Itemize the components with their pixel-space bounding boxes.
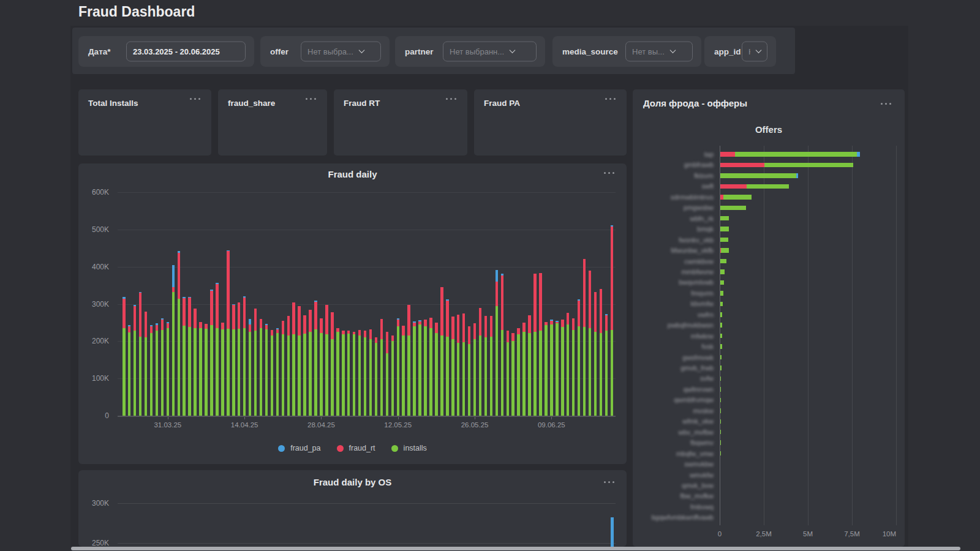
- offer-row-label: fwsnkv_vkb: [639, 236, 714, 244]
- bar-fraud-rt: [216, 284, 219, 328]
- offer-row-label: bmqk: [639, 225, 714, 233]
- bar-fraud-pa: [249, 319, 252, 324]
- menu-dot: [310, 98, 312, 100]
- gridline-400K: [118, 267, 616, 268]
- y-axis-label: 100K: [72, 374, 109, 383]
- bar-fraud-rt: [282, 321, 285, 334]
- bar-fraud-rt: [303, 315, 306, 334]
- offer-row-label: fbqwmv: [639, 439, 714, 446]
- filter-group-app-id: app_idН: [704, 36, 776, 67]
- bar-fraud-rt: [199, 322, 202, 328]
- bar-installs: [336, 332, 339, 416]
- offer-row-label: fmqvrm: [639, 290, 714, 297]
- bar-fraud-rt: [238, 302, 241, 329]
- bar-installs: [183, 326, 186, 416]
- bar-installs: [556, 323, 559, 416]
- offer-row-label: gwsfmvwk: [639, 354, 714, 361]
- offer-bar-installs: [720, 280, 724, 285]
- bar-installs: [254, 331, 257, 416]
- bar-installs: [418, 324, 421, 416]
- bar-fraud-pa: [167, 322, 170, 323]
- bar-installs: [380, 339, 383, 416]
- legend-item-fraud_rt[interactable]: fraud_rt: [337, 444, 375, 452]
- app-id-select[interactable]: Н: [742, 42, 767, 62]
- bar-fraud-rt: [265, 325, 268, 329]
- filter-group-media-source: media_sourceНет вы...: [552, 36, 701, 67]
- bar-fraud-pa: [139, 292, 142, 293]
- os-gridline-300k: [118, 503, 616, 504]
- kpi-card-title: Fraud PA: [484, 99, 520, 108]
- bar-installs: [511, 341, 514, 416]
- offer-row-label: cwmkbvw: [639, 258, 714, 265]
- offer-row-label: pmgwsbw: [639, 204, 714, 211]
- kpi-card-menu[interactable]: [190, 98, 200, 100]
- bar-fraud-pa: [134, 305, 137, 306]
- kpi-card-total-installs: Total Installs: [78, 89, 211, 156]
- bar-installs: [545, 325, 548, 416]
- bar-fraud-rt: [260, 319, 263, 328]
- offer-bar-installs: [720, 216, 729, 221]
- chevron-down-icon: [756, 47, 762, 53]
- fraud-daily-menu[interactable]: [604, 172, 614, 174]
- bar-fraud-rt: [539, 273, 542, 331]
- x-axis-label: 28.04.25: [300, 421, 342, 429]
- filter-group-partner: partnerНет выбранн...: [395, 36, 545, 67]
- horizontal-scrollbar-thumb[interactable]: [71, 547, 960, 550]
- offers-panel-title: Доля фрода - офферы: [643, 98, 747, 108]
- offer-bar-installs: [764, 163, 853, 168]
- offer-bar-installs: [720, 365, 722, 370]
- media-source-placeholder: Нет вы...: [632, 47, 665, 56]
- bar-fraud-rt: [369, 329, 372, 339]
- offers-x-label: 10M: [869, 530, 896, 538]
- offer-bar-installs: [720, 430, 721, 435]
- offer-row-label: gmvb_frwb: [639, 364, 714, 372]
- bar-installs: [145, 337, 148, 416]
- offer-bar-installs: [720, 173, 796, 178]
- bar-installs: [353, 334, 356, 416]
- bar-fraud-rt: [232, 305, 235, 329]
- kpi-card-menu[interactable]: [605, 98, 616, 100]
- bar-installs: [216, 328, 219, 416]
- offer-bar-installs: [720, 269, 725, 274]
- legend-item-installs[interactable]: installs: [391, 444, 427, 452]
- bar-fraud-pa: [556, 321, 559, 322]
- x-axis-tick: [244, 417, 245, 419]
- x-axis-tick: [168, 417, 168, 419]
- bar-fraud-rt: [128, 326, 131, 332]
- offer-row-label: gmbfrawb: [639, 161, 714, 168]
- legend-item-fraud_pa[interactable]: fraud_pa: [278, 444, 320, 452]
- offers-gridline: [852, 146, 853, 525]
- bar-fraud-rt: [440, 287, 443, 336]
- legend-label-installs: installs: [404, 444, 427, 452]
- menu-dot: [608, 172, 610, 174]
- offers-gridline: [808, 146, 809, 525]
- bar-fraud-pa: [188, 297, 191, 298]
- partner-select[interactable]: Нет выбранн...: [443, 42, 537, 62]
- offer-bar-fraud-rt: [720, 152, 735, 157]
- offers-x-label: 5M: [786, 530, 829, 538]
- x-axis-label: 31.03.25: [146, 421, 189, 429]
- bar-fraud-pa: [216, 283, 219, 284]
- kpi-card-menu[interactable]: [446, 98, 456, 100]
- fraud-daily-by-os-menu[interactable]: [604, 481, 614, 483]
- media-source-select[interactable]: Нет вы...: [625, 42, 693, 62]
- offer-row-label: fmbvwq: [639, 503, 714, 511]
- x-axis-label: 26.05.25: [453, 421, 496, 429]
- x-axis-label: 12.05.25: [377, 421, 420, 429]
- bar-installs: [484, 337, 488, 416]
- offer-select[interactable]: Нет выбра...: [301, 42, 381, 62]
- bar-fraud-rt: [578, 301, 581, 326]
- bar-fraud-rt: [446, 301, 449, 337]
- bar-fraud-rt: [287, 316, 290, 335]
- bar-fraud-pa: [265, 324, 268, 325]
- offer-bar-fraud-rt: [720, 163, 764, 168]
- kpi-card-menu[interactable]: [306, 98, 316, 100]
- bar-fraud-pa: [314, 301, 317, 302]
- date-range-input[interactable]: 23.03.2025 - 20.06.2025: [126, 42, 246, 62]
- chevron-down-icon: [669, 47, 676, 53]
- offers-panel-menu[interactable]: [881, 103, 891, 105]
- bar-fraud-rt: [227, 251, 230, 329]
- offer-row-label: sdrmwblmtnvs: [639, 193, 714, 201]
- menu-dot: [190, 98, 192, 100]
- offer-bar-installs: [720, 312, 722, 317]
